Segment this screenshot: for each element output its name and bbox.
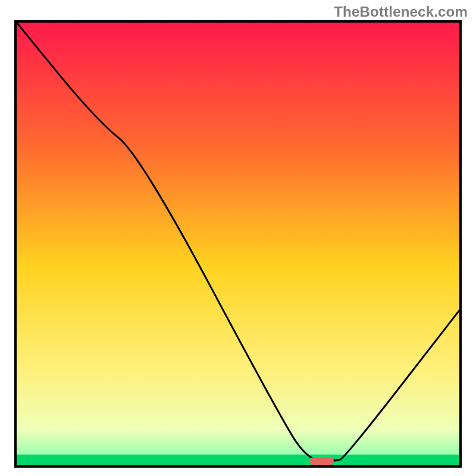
plot-area — [17, 23, 459, 465]
chart-canvas: TheBottleneck.com — [0, 0, 476, 476]
optimum-marker — [310, 457, 334, 465]
watermark-text: TheBottleneck.com — [334, 4, 468, 20]
bottleneck-curve — [17, 23, 459, 465]
plot-frame — [14, 20, 462, 468]
